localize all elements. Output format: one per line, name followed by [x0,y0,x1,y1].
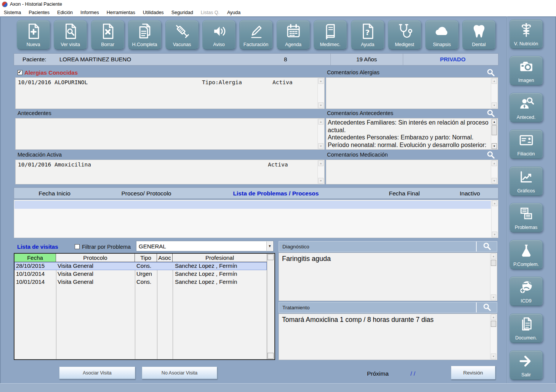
imagen-button[interactable]: Imagen [510,56,543,85]
scrollbar[interactable] [491,78,497,108]
menu-informes[interactable]: Informes [77,9,103,16]
scroll-down-icon[interactable] [491,294,496,300]
scroll-up-icon[interactable] [318,119,324,125]
medigest-button[interactable]: Medigest [388,20,421,50]
filiacion-button[interactable]: Filiación [510,130,543,159]
allergies-list[interactable]: 10/01/2016 ALOPURINOL Tipo:Alergia Activ… [15,77,325,109]
asociar-visita-button[interactable]: Asociar Visita [59,366,135,379]
borrar-button[interactable]: Borrar [91,20,124,50]
menu-utilidades[interactable]: Utilidades [139,9,168,16]
dental-button[interactable]: Dental [462,20,495,50]
vacunas-button[interactable]: Vacunas [165,20,199,50]
ver-visita-button[interactable]: Ver visita [54,20,87,50]
scroll-down-icon[interactable] [492,178,497,184]
antecedents-box[interactable] [15,118,325,150]
problem-filter-combo[interactable]: GENERAL [136,241,274,251]
visit-row[interactable]: 10/10/2014 Visita General Urgen Sanchez … [14,270,267,278]
scrollbar[interactable] [490,253,497,300]
syringe-icon [173,22,191,40]
treatment-search-button[interactable] [476,302,497,312]
filter-problem-label: Filtrar por Problema [82,244,131,250]
ayuda-button[interactable]: ? Ayuda [351,20,384,50]
scrollbar[interactable] [317,119,324,149]
sinapsis-button[interactable]: Sinapsis [425,20,458,50]
documentos-button[interactable]: Documen. [510,314,543,343]
scroll-up-icon[interactable] [318,160,324,166]
problems-selected-row[interactable] [14,201,491,209]
aviso-button[interactable]: Aviso [202,20,236,50]
scroll-down-icon[interactable] [492,102,497,108]
comments-allergies-box[interactable] [326,77,498,109]
visit-row[interactable]: 28/10/2015 Visita General Cons. Sanchez … [14,262,267,270]
medimec-button[interactable]: Medimec. [314,20,347,50]
scroll-down-icon[interactable] [491,354,496,359]
scroll-down-icon[interactable] [492,232,497,237]
diagnosis-box[interactable]: Faringitis aguda [279,253,497,301]
nueva-button[interactable]: Nueva [17,20,50,50]
visits-col-profesional[interactable]: Profesional [173,254,267,262]
menu-sistema[interactable]: Sistema [0,9,25,16]
scroll-thumb[interactable] [492,125,497,135]
allergies-checkbox[interactable] [18,70,22,75]
visit-row[interactable]: 10/01/2014 Visita General Cons. Sanchez … [14,278,267,286]
comments-medication-search-icon[interactable] [486,150,495,160]
nutricion-button[interactable]: V. Nutrición [510,19,543,49]
scroll-down-icon[interactable] [268,353,274,359]
comments-antecedents-search-icon[interactable] [486,109,495,118]
no-asociar-visita-button[interactable]: No Asociar Visita [142,366,217,379]
historia-completa-button[interactable]: H.Completa [128,20,161,50]
salir-button[interactable]: Salir [510,350,543,380]
problemas-button[interactable]: Problemas [510,203,543,232]
visits-col-protocolo[interactable]: Protocolo [56,254,135,262]
icd9-button[interactable]: ICD9 [510,277,543,306]
scroll-up-icon[interactable] [268,254,274,260]
medication-row[interactable]: 10/01/2016 Amoxicilina Activa [18,162,315,168]
scroll-down-icon[interactable] [318,102,324,108]
scroll-up-icon[interactable] [491,253,496,259]
chevron-down-icon[interactable] [266,242,273,251]
scroll-down-icon[interactable] [492,143,497,149]
agenda-button[interactable]: Agenda [277,20,310,50]
menu-herramientas[interactable]: Herramientas [103,9,139,16]
menu-seguridad[interactable]: Seguridad [168,9,197,16]
visits-col-fecha[interactable]: Fecha [14,254,56,262]
facturacion-button[interactable]: Facturación [239,20,272,50]
problems-list[interactable] [14,200,498,238]
scroll-thumb[interactable] [491,321,496,327]
scrollbar[interactable] [317,160,324,184]
visits-col-asoc[interactable]: Asoc [157,254,173,262]
scrollbar[interactable] [491,160,497,184]
scroll-down-icon[interactable] [318,143,324,149]
menu-pacientes[interactable]: Pacientes [25,9,53,16]
medication-list[interactable]: 10/01/2016 Amoxicilina Activa [15,160,325,184]
menu-edicion[interactable]: Edición [53,9,77,16]
visits-col-tipo[interactable]: Tipo [135,254,157,262]
graficos-button[interactable]: Gráficos [510,166,543,196]
comments-allergies-search-icon[interactable] [486,68,495,77]
scrollbar[interactable] [267,254,274,359]
scrollbar[interactable] [490,314,497,359]
scroll-up-icon[interactable] [492,78,497,84]
revision-button[interactable]: Revisión [451,366,495,379]
comments-antecedents-box[interactable]: Antecedentes Familiares: Sin interés en … [326,118,498,150]
scroll-up-icon[interactable] [492,119,497,125]
scrollbar[interactable] [317,78,324,108]
scroll-up-icon[interactable] [492,160,497,166]
scroll-up-icon[interactable] [492,200,497,206]
scroll-thumb[interactable] [491,260,496,266]
book-icon [322,22,339,40]
scrollbar[interactable] [491,119,497,149]
scroll-up-icon[interactable] [318,78,324,84]
pruebas-complementarias-button[interactable]: P.Complem. [510,240,543,269]
scrollbar[interactable] [491,200,498,237]
comments-medication-box[interactable] [326,160,498,184]
filter-problem-checkbox[interactable] [75,244,80,249]
diagnosis-search-button[interactable] [476,242,497,251]
proxima-date-value[interactable]: / / [410,370,415,377]
allergy-row[interactable]: 10/01/2016 ALOPURINOL Tipo:Alergia Activ… [18,79,315,86]
scroll-down-icon[interactable] [318,178,324,184]
menu-ayuda[interactable]: Ayuda [223,9,244,16]
treatment-box[interactable]: Tomará Amoxiclina 1 comp / 8 horas duran… [279,314,497,360]
scroll-up-icon[interactable] [491,314,496,320]
antecedentes-button[interactable]: Anteced. [510,93,543,122]
